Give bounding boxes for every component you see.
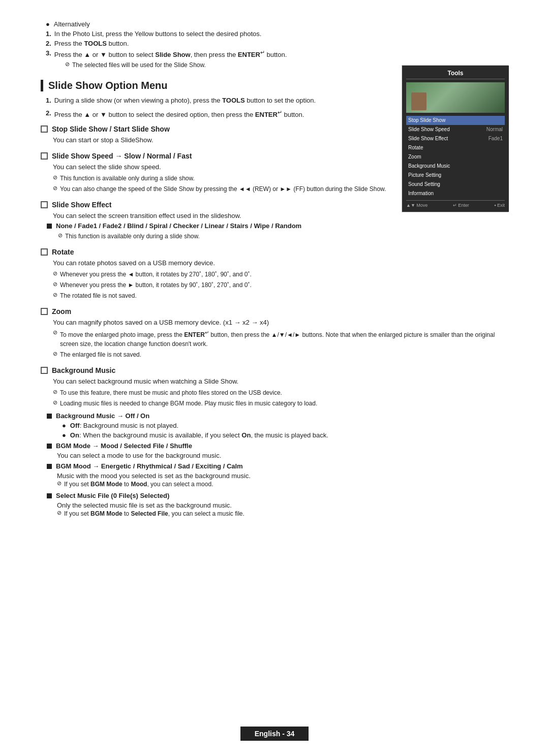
note-select-music: ⊘ If you set BGM Mode to Selected File, … xyxy=(57,509,508,518)
menu-item-value: Fade1 xyxy=(489,135,503,142)
note-zoom-2: ⊘ The enlarged file is not saved. xyxy=(41,350,508,359)
body-text: You can select background music when wat… xyxy=(53,376,508,387)
checkbox-icon xyxy=(41,201,48,208)
black-sq-none: None / Fade1 / Fade2 / Blind / Spiral / … xyxy=(41,222,508,230)
subheading-label: Zoom xyxy=(52,307,71,316)
section-step-2: 2. Press the ▲ or ▼ button to select the… xyxy=(46,108,391,120)
main-content: Tools Stop Slide Show Slide Show Speed N… xyxy=(41,96,508,525)
intro-alternatively-text: Alternatively xyxy=(54,20,90,28)
step-num: 1. xyxy=(46,30,51,38)
menu-item-label: Stop Slide Show xyxy=(408,117,445,124)
note-text: Whenever you press the ◄ button, it rota… xyxy=(60,270,252,279)
checkbox-icon xyxy=(41,367,48,374)
note-effect: ⊘ This function is available only during… xyxy=(41,232,508,241)
black-sq-label: None / Fade1 / Fade2 / Blind / Spiral / … xyxy=(56,222,301,230)
intro-step-1: 1. In the Photo List, press the Yellow b… xyxy=(46,30,508,38)
intro-step3-text: Press the ▲ or ▼ button to select Slide … xyxy=(54,49,287,58)
tools-panel: Tools Stop Slide Show Slide Show Speed N… xyxy=(402,66,509,212)
note-text: If you set BGM Mode to Selected File, yo… xyxy=(64,509,245,518)
bgm-mode-body: You can select a mode to use for the bac… xyxy=(41,452,508,459)
intro-step-2: 2. Press the TOOLS button. xyxy=(46,40,508,47)
note-rotate-1: ⊘ Whenever you press the ◄ button, it ro… xyxy=(41,270,508,279)
slideshow-bold: Slide Show xyxy=(155,51,190,58)
menu-item-label: Picture Setting xyxy=(408,172,441,179)
subsection-rotate: Rotate You can rotate photos saved on a … xyxy=(41,248,508,300)
checkbox-icon xyxy=(41,152,48,160)
note-bgm-mood: ⊘ If you set BGM Mode to Mood, you can s… xyxy=(57,480,508,489)
note-text: This function is available only during a… xyxy=(65,232,200,241)
menu-item-label: Slide Show Speed xyxy=(408,126,450,133)
subheading-effect: Slide Show Effect xyxy=(41,201,391,209)
section-title: Slide Show Option Menu xyxy=(48,80,167,91)
note-text: You can also change the speed of the Sli… xyxy=(60,184,386,194)
note-icon: ⊘ xyxy=(65,61,70,68)
note-icon: ⊘ xyxy=(57,510,62,516)
bgm-mood-text: Music with the mood you selected is set … xyxy=(57,472,508,480)
menu-item-label: Rotate xyxy=(408,144,423,151)
bgm-on-item: ● On: When the background music is avail… xyxy=(57,431,508,439)
footer-exit: ▪ Exit xyxy=(494,203,505,208)
step-num: 3. xyxy=(46,49,51,57)
note-icon: ⊘ xyxy=(58,232,63,239)
checkbox-icon xyxy=(41,248,48,256)
note-icon: ⊘ xyxy=(53,389,57,395)
menu-item-label: Slide Show Effect xyxy=(408,135,448,142)
panel-footer: ▲▼ Move ↵ Enter ▪ Exit xyxy=(406,200,505,208)
subheading-body: You can select background music when wat… xyxy=(41,376,508,387)
intro-bullet-alternatively: ● Alternatively xyxy=(41,20,508,28)
tools-menu-item-picture: Picture Setting xyxy=(406,171,505,180)
enter-bold: ENTER xyxy=(255,111,278,118)
bgm-off-text: Off: Background music is not played. xyxy=(70,422,178,429)
subheading-label: Rotate xyxy=(52,248,74,256)
intro-step-3: 3. Press the ▲ or ▼ button to select Sli… xyxy=(46,49,508,58)
note-text: To move the enlarged photo image, press … xyxy=(60,329,508,349)
tools-menu-item-effect: Slide Show Effect Fade1 xyxy=(406,134,505,143)
footer-enter: ↵ Enter xyxy=(453,203,469,208)
tools-bold: TOOLS xyxy=(222,97,245,104)
footer-nav: ▲▼ Move xyxy=(406,203,428,208)
step-num: 2. xyxy=(46,108,51,118)
note-2: ⊘ You can also change the speed of the S… xyxy=(41,184,391,194)
menu-item-label: Background Music xyxy=(408,163,450,170)
note-icon: ⊘ xyxy=(53,292,57,298)
note-rotate-3: ⊘ The rotated file is not saved. xyxy=(41,291,508,300)
note-icon: ⊘ xyxy=(53,270,57,277)
note-zoom-1: ⊘ To move the enlarged photo image, pres… xyxy=(41,329,508,349)
tools-bold: TOOLS xyxy=(84,40,107,47)
subheading-bgm: Background Music xyxy=(41,366,508,374)
black-sq-bgm-mood: BGM Mood → Energetic / Rhythmical / Sad … xyxy=(41,462,508,470)
subheading-zoom: Zoom xyxy=(41,307,508,316)
note-text: If you set BGM Mode to Mood, you can sel… xyxy=(64,480,213,489)
note-icon: ⊘ xyxy=(53,351,57,357)
bgm-mode-text: You can select a mode to use for the bac… xyxy=(57,452,508,459)
checkbox-icon xyxy=(41,125,48,133)
subheading-label: Stop Slide Show / Start Slide Show xyxy=(52,125,170,133)
black-sq-label: BGM Mode → Mood / Selected File / Shuffl… xyxy=(56,442,192,450)
bgm-off-item: ● Off: Background music is not played. xyxy=(57,422,508,429)
black-sq-label: Select Music File (0 File(s) Selected) xyxy=(56,492,169,499)
bullet-icon: ● xyxy=(46,20,50,28)
note-icon: ⊘ xyxy=(53,281,57,288)
page-footer: English - 34 xyxy=(0,727,549,741)
body-text: You can magnify photos saved on a USB me… xyxy=(53,318,508,328)
tools-menu-item-speed: Slide Show Speed Normal xyxy=(406,125,505,134)
subheading-stop: Stop Slide Show / Start Slide Show xyxy=(41,125,391,133)
black-sq-bgm-off-on: Background Music → Off / On xyxy=(41,412,508,420)
note-text: To use this feature, there must be music… xyxy=(60,388,282,397)
tools-menu-item-rotate: Rotate xyxy=(406,143,505,152)
section-step-1: 1. During a slide show (or when viewing … xyxy=(46,96,391,106)
panel-title: Tools xyxy=(406,70,505,79)
bullet-icon: ● xyxy=(62,422,66,429)
black-square-icon xyxy=(47,224,52,229)
black-sq-bgm-mode: BGM Mode → Mood / Selected File / Shuffl… xyxy=(41,442,508,450)
section-step2-text: Press the ▲ or ▼ button to select the de… xyxy=(54,108,304,120)
tools-menu-item-zoom: Zoom xyxy=(406,152,505,162)
note-text: The enlarged file is not saved. xyxy=(60,350,141,359)
tools-menu-item-sound: Sound Setting xyxy=(406,180,505,189)
black-sq-label: Background Music → Off / On xyxy=(56,412,149,420)
subheading-speed: Slide Show Speed → Slow / Normal / Fast xyxy=(41,152,391,160)
bgm-on-text: On: When the background music is availab… xyxy=(70,431,328,439)
subheading-label: Slide Show Effect xyxy=(52,201,111,209)
black-square-icon xyxy=(47,444,52,449)
select-music-text: Only the selected music file is set as t… xyxy=(57,501,508,509)
